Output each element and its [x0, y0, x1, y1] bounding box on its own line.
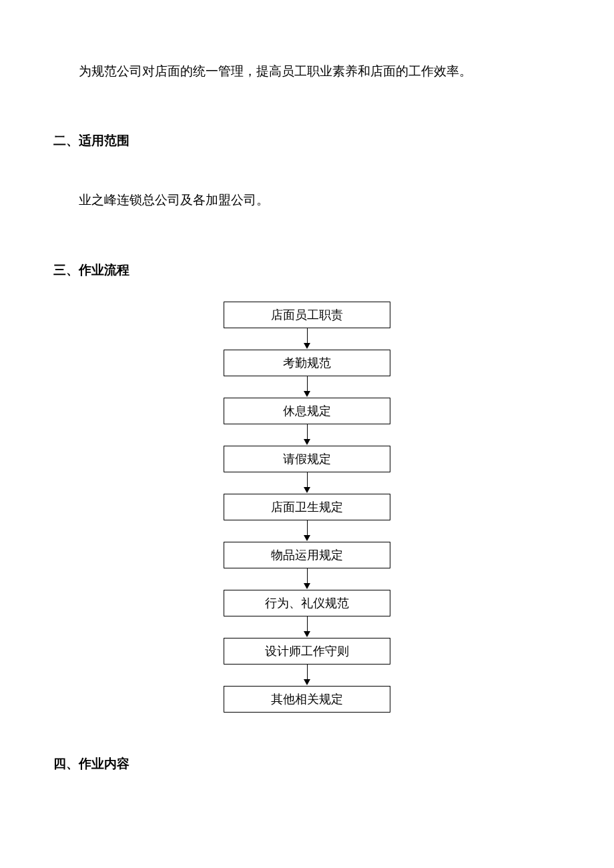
section-4-heading: 四、作业内容: [53, 753, 561, 775]
flow-step-8: 设计师工作守则: [224, 638, 390, 665]
section-2-body: 业之峰连锁总公司及各加盟公司。: [53, 189, 561, 211]
flow-step-3: 休息规定: [224, 398, 390, 424]
flow-arrow-icon: [304, 424, 310, 446]
flow-arrow-icon: [304, 568, 310, 590]
flow-arrow-icon: [304, 616, 310, 638]
section-3-heading: 三、作业流程: [53, 259, 561, 282]
flow-step-4: 请假规定: [224, 446, 390, 472]
flowchart: 店面员工职责 考勤规范 休息规定 请假规定 店面卫生规定 物品运用规定 行为、礼…: [53, 302, 561, 713]
flow-arrow-icon: [304, 376, 310, 398]
flow-step-5: 店面卫生规定: [224, 494, 390, 520]
flow-step-2: 考勤规范: [224, 350, 390, 376]
flow-arrow-icon: [304, 520, 310, 542]
section-1-body: 为规范公司对店面的统一管理，提高员工职业素养和店面的工作效率。: [53, 60, 561, 83]
flow-step-1: 店面员工职责: [224, 302, 390, 328]
flow-step-9: 其他相关规定: [224, 686, 390, 713]
section-2-heading: 二、适用范围: [53, 129, 561, 152]
flow-step-7: 行为、礼仪规范: [224, 590, 390, 616]
flow-arrow-icon: [304, 328, 310, 350]
flow-step-6: 物品运用规定: [224, 542, 390, 568]
flow-arrow-icon: [304, 665, 310, 686]
flow-arrow-icon: [304, 472, 310, 494]
